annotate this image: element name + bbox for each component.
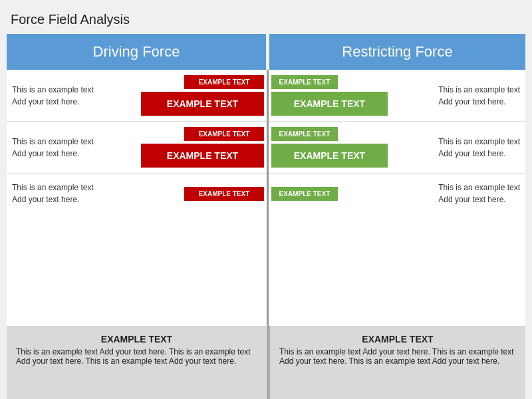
row-1-right-bar-lg: EXAMPLE TEXT — [271, 92, 388, 116]
bottom-left-body: This is an example text Add your text he… — [16, 347, 257, 366]
row-2-left-bars: EXAMPLE TEXT EXAMPLE TEXT — [99, 127, 267, 168]
bottom-left-title: EXAMPLE TEXT — [16, 334, 257, 344]
header-row: Driving Force Restricting Force — [7, 34, 525, 70]
page-title: Force Field Analysis — [11, 12, 130, 27]
row-1-left-bar-lg: EXAMPLE TEXT — [141, 92, 264, 116]
bottom-left: EXAMPLE TEXT This is an example text Add… — [7, 326, 267, 399]
row-2-left-bar-lg: EXAMPLE TEXT — [141, 144, 264, 168]
row-1-right-bars: EXAMPLE TEXT EXAMPLE TEXT — [269, 75, 433, 116]
row-2-right: EXAMPLE TEXT EXAMPLE TEXT This is an exa… — [269, 122, 525, 174]
diagram-area: This is an example text Add your text he… — [7, 70, 525, 326]
row-2-left: This is an example text Add your text he… — [7, 122, 267, 174]
driving-force-header: Driving Force — [7, 34, 266, 70]
row-2-left-bar-sm: EXAMPLE TEXT — [184, 127, 264, 141]
row-3-left: This is an example text Add your text he… — [7, 174, 267, 213]
main-content: Driving Force Restricting Force This is … — [0, 34, 532, 399]
right-panel: EXAMPLE TEXT EXAMPLE TEXT This is an exa… — [269, 70, 525, 326]
row-1-right-text: This is an example text Add your text he… — [433, 84, 525, 108]
row-1-left-text: This is an example text Add your text he… — [7, 84, 99, 108]
row-3-left-bar-sm: EXAMPLE TEXT — [184, 187, 264, 201]
row-3-right-text: This is an example text Add your text he… — [433, 182, 525, 205]
row-1-right: EXAMPLE TEXT EXAMPLE TEXT This is an exa… — [269, 70, 525, 122]
page: Force Field Analysis Driving Force Restr… — [0, 0, 532, 399]
bottom-right: EXAMPLE TEXT This is an example text Add… — [269, 326, 525, 399]
row-1-left-bar-sm: EXAMPLE TEXT — [184, 75, 264, 89]
row-3-right-bars: EXAMPLE TEXT — [269, 187, 433, 201]
row-1-right-bar-sm: EXAMPLE TEXT — [271, 75, 338, 89]
title-bar: Force Field Analysis — [0, 0, 532, 34]
row-2-right-bar-sm: EXAMPLE TEXT — [271, 127, 338, 141]
row-2-right-bars: EXAMPLE TEXT EXAMPLE TEXT — [269, 127, 433, 168]
row-3-right-bar-sm: EXAMPLE TEXT — [271, 187, 338, 201]
left-panel: This is an example text Add your text he… — [7, 70, 267, 326]
row-1-left-bars: EXAMPLE TEXT EXAMPLE TEXT — [99, 75, 267, 116]
bottom-section: EXAMPLE TEXT This is an example text Add… — [7, 326, 525, 399]
row-3-left-bars: EXAMPLE TEXT — [99, 187, 267, 201]
row-2-right-bar-lg: EXAMPLE TEXT — [271, 144, 388, 168]
row-3-left-text: This is an example text Add your text he… — [7, 182, 99, 205]
row-3-right: EXAMPLE TEXT This is an example text Add… — [269, 174, 525, 213]
row-2-left-text: This is an example text Add your text he… — [7, 136, 99, 160]
bottom-right-title: EXAMPLE TEXT — [279, 334, 516, 344]
row-1-left: This is an example text Add your text he… — [7, 70, 267, 122]
bottom-right-body: This is an example text Add your text he… — [279, 347, 516, 366]
row-2-right-text: This is an example text Add your text he… — [433, 136, 525, 160]
restricting-force-header: Restricting Force — [269, 34, 525, 70]
